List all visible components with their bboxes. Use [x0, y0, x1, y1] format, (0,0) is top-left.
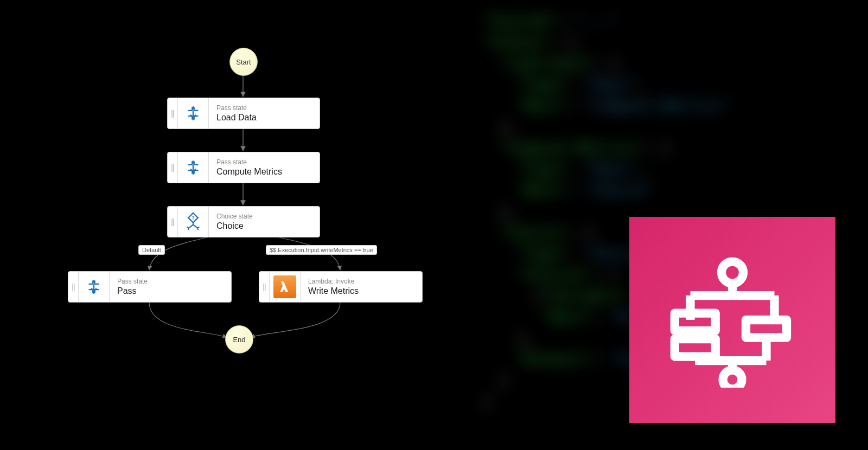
start-label: Start [236, 58, 251, 66]
end-label: End [233, 336, 245, 344]
state-type-label: Pass state [216, 104, 257, 112]
state-choice[interactable]: || ? Choice state Choice [167, 206, 320, 237]
lambda-icon [270, 272, 301, 302]
state-write-metrics[interactable]: || Lambda: Invoke Write Metrics [259, 271, 423, 303]
state-name-label: Compute Metrics [216, 166, 282, 177]
edge-label-condition: $$.Execution.Input.writeMetrics == true [266, 245, 377, 255]
state-type-label: Lambda: Invoke [308, 278, 359, 286]
choice-state-icon: ? [178, 207, 209, 237]
state-name-label: Choice [216, 221, 253, 232]
svg-point-2 [722, 262, 743, 284]
state-type-label: Pass state [117, 278, 148, 286]
svg-point-6 [723, 370, 742, 388]
state-load-data[interactable]: || Pass state Load Data [167, 98, 320, 129]
workflow-canvas[interactable]: Start || Pass state Load Data || Pass st… [0, 0, 488, 450]
pass-state-icon [178, 152, 209, 183]
step-functions-service-icon [629, 217, 835, 423]
edge-label-default: Default [138, 245, 165, 255]
start-node[interactable]: Start [229, 48, 258, 76]
state-compute-metrics[interactable]: || Pass state Compute Metrics [167, 152, 320, 183]
svg-text:?: ? [192, 215, 195, 221]
drag-handle-icon[interactable]: || [68, 272, 79, 302]
svg-rect-3 [675, 313, 716, 331]
state-type-label: Pass state [216, 158, 282, 166]
drag-handle-icon[interactable]: || [168, 207, 178, 237]
state-name-label: Pass [117, 286, 148, 297]
state-name-label: Load Data [216, 112, 257, 123]
end-node[interactable]: End [225, 325, 253, 353]
state-pass[interactable]: || Pass state Pass [68, 271, 232, 303]
drag-handle-icon[interactable]: || [168, 152, 178, 183]
drag-handle-icon[interactable]: || [259, 272, 270, 302]
drag-handle-icon[interactable]: || [168, 98, 178, 128]
pass-state-icon [79, 272, 110, 302]
svg-rect-5 [675, 339, 716, 357]
svg-rect-4 [746, 320, 787, 338]
pass-state-icon [178, 98, 209, 128]
state-type-label: Choice state [216, 213, 253, 221]
state-name-label: Write Metrics [308, 286, 359, 297]
